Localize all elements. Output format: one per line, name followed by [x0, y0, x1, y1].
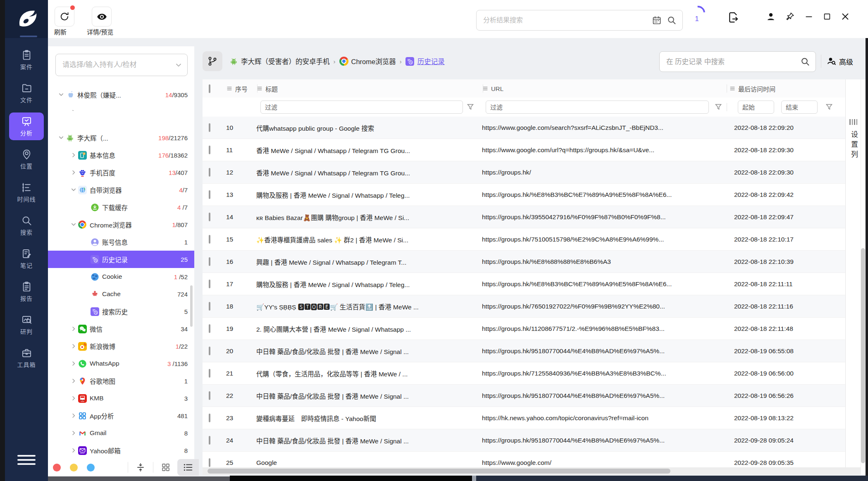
- time-start-filter-input[interactable]: [738, 101, 774, 114]
- tree-item[interactable]: yahoo!Yahoo邮箱8: [48, 442, 194, 459]
- table-row[interactable]: 22中日韓 藥品/食品/化妝品 批發 | 香港 MeWe / Signal ..…: [203, 385, 861, 407]
- table-row[interactable]: 10代購whatsapp public group - Google 搜索htt…: [203, 117, 861, 139]
- horizontal-scrollbar-thumb[interactable]: [207, 469, 670, 474]
- tree-item[interactable]: 历史记录25: [48, 251, 194, 268]
- column-settings-strip[interactable]: 设置列: [845, 79, 861, 467]
- sidebar-scrollbar[interactable]: [190, 285, 193, 327]
- nav-item-search[interactable]: 搜索: [9, 212, 44, 239]
- chevron-down-icon[interactable]: [69, 221, 78, 228]
- chevron-right-icon[interactable]: [69, 152, 78, 158]
- tree-item[interactable]: 账号信息1: [48, 233, 194, 251]
- tree-item[interactable]: 林俊熙（嫌疑...14/9305: [48, 86, 194, 103]
- nav-item-location[interactable]: 位置: [9, 146, 44, 173]
- column-header-time[interactable]: 最后访问时间: [722, 84, 840, 93]
- row-checkbox[interactable]: [209, 347, 210, 355]
- pin-window-button[interactable]: [783, 10, 797, 24]
- table-row[interactable]: 11香港 MeWe / Signal / Whatsapp / Telegram…: [203, 139, 861, 161]
- holder-select-input[interactable]: [56, 61, 175, 69]
- row-checkbox[interactable]: [209, 213, 210, 221]
- time-filter-funnel-icon[interactable]: [825, 103, 833, 112]
- chevron-right-icon[interactable]: [69, 343, 78, 349]
- search-icon[interactable]: [667, 15, 677, 25]
- chevron-right-icon[interactable]: [69, 447, 78, 454]
- tree-item[interactable]: du手机百度13/407: [48, 164, 194, 181]
- tree-item[interactable]: 谷歌地图1: [48, 372, 194, 390]
- title-filter-input[interactable]: [260, 101, 463, 114]
- tree-item[interactable]: Cache724: [48, 285, 194, 303]
- title-filter-funnel-icon[interactable]: [466, 103, 475, 112]
- table-row[interactable]: 14ᴋʀ Babies Bazar🧸團購 購物group | 香港 MeWe /…: [203, 206, 861, 228]
- table-row[interactable]: 23變種病毒蔓延 即時疫情訊息 - Yahoo新聞https://hk.news…: [203, 407, 861, 429]
- chevron-down-icon[interactable]: [57, 134, 65, 141]
- column-header-title[interactable]: 标题: [252, 84, 478, 93]
- table-row[interactable]: 192. 開心團購大本營 | 香港 MeWe / Signal / Whatsa…: [203, 318, 861, 340]
- search-icon[interactable]: [800, 57, 810, 67]
- nav-item-toolbox[interactable]: 工具箱: [9, 344, 44, 372]
- url-filter-input[interactable]: [486, 101, 709, 114]
- tree-item[interactable]: 搜索历史5: [48, 303, 194, 320]
- table-row[interactable]: 20中日韓 藥品/食品/化妝品 批發 | 香港 MeWe / Signal ..…: [203, 340, 861, 362]
- nav-item-report[interactable]: 报告: [9, 278, 44, 306]
- vertical-scrollbar-thumb[interactable]: [861, 248, 865, 463]
- tree-view-toggle-button[interactable]: [203, 51, 222, 71]
- row-checkbox[interactable]: [209, 369, 210, 378]
- tree-item[interactable]: 自带浏览器4/7: [48, 181, 194, 199]
- blue-tag-dot[interactable]: [87, 464, 95, 471]
- export-button[interactable]: [724, 8, 742, 26]
- close-button[interactable]: [838, 10, 852, 24]
- table-row[interactable]: 16興趣 | 香港 MeWe / Signal / Whatsapp / Tel…: [203, 251, 861, 273]
- row-checkbox[interactable]: [209, 302, 210, 311]
- nav-item-file[interactable]: 文件: [9, 79, 44, 107]
- chevron-right-icon[interactable]: [69, 378, 78, 384]
- row-checkbox[interactable]: [209, 436, 210, 445]
- nav-item-case[interactable]: 案件: [9, 46, 44, 74]
- url-filter-funnel-icon[interactable]: [714, 103, 723, 112]
- nav-item-timeline[interactable]: 时间线: [9, 179, 44, 206]
- select-all-checkbox[interactable]: [209, 84, 210, 93]
- chevron-right-icon[interactable]: [69, 360, 78, 367]
- tree-item[interactable]: 微信34: [48, 320, 194, 337]
- tree-item[interactable]: 李大辉（...198/21276: [48, 129, 194, 146]
- user-button[interactable]: [764, 10, 778, 24]
- preview-button[interactable]: [92, 7, 112, 26]
- row-checkbox[interactable]: [209, 146, 210, 154]
- tree-item[interactable]: 下载缓存4 /7: [48, 199, 194, 216]
- breadcrumb-page[interactable]: 历史记录: [405, 56, 445, 66]
- chevron-right-icon[interactable]: [69, 325, 78, 332]
- list-view-button[interactable]: [177, 459, 199, 476]
- row-checkbox[interactable]: [209, 280, 210, 288]
- chevron-down-icon[interactable]: [175, 61, 182, 69]
- nav-item-research[interactable]: 研判: [9, 311, 44, 339]
- chevron-right-icon[interactable]: [69, 412, 78, 419]
- tree-item[interactable]: Chrome浏览器1/807: [48, 216, 194, 233]
- nav-collapse-button[interactable]: [17, 455, 36, 465]
- chevron-down-icon[interactable]: [57, 91, 65, 98]
- row-checkbox[interactable]: [209, 391, 210, 400]
- tree-item[interactable]: 1933KMB3: [48, 390, 194, 407]
- row-checkbox[interactable]: [209, 257, 210, 266]
- tree-item[interactable]: Cookie1 /52: [48, 268, 194, 285]
- breadcrumb-device[interactable]: 李大辉（受害者）的安卓手机: [229, 56, 330, 66]
- tree-item[interactable]: WhatsApp3 /1136: [48, 355, 194, 372]
- table-row[interactable]: 18🛒YY's ṢḄḄṢ 🆂🆃🅾🆁🅴🛒 生活百貨🔝 | 香港 MeWe ...h…: [203, 295, 861, 318]
- row-checkbox[interactable]: [209, 123, 210, 132]
- nav-item-analysis[interactable]: 分析: [9, 112, 44, 140]
- minimize-button[interactable]: [802, 10, 816, 24]
- tree-item[interactable]: 新浪微博1/22: [48, 337, 194, 355]
- row-checkbox[interactable]: [209, 168, 210, 177]
- horizontal-scrollbar[interactable]: [203, 467, 861, 475]
- table-row[interactable]: 15✨香港專櫃貨護膚品 sales ✨ 群2 | 香港 MeWe / Si...…: [203, 228, 861, 251]
- tree-item[interactable]: 基本信息176/18362: [48, 146, 194, 164]
- table-row[interactable]: 12香港 MeWe / Signal / Whatsapp / Telegram…: [203, 161, 861, 184]
- row-checkbox[interactable]: [209, 414, 210, 422]
- chevron-right-icon[interactable]: [69, 430, 78, 436]
- red-tag-dot[interactable]: [53, 464, 61, 471]
- chevron-right-icon[interactable]: [69, 395, 78, 402]
- table-row[interactable]: 24中日韓 藥品/食品/化妝品 批發 | 香港 MeWe / Signal ..…: [203, 429, 861, 452]
- table-row[interactable]: 17購物及服務 | 香港 MeWe / Signal / Whatsapp / …: [203, 273, 861, 295]
- table-search-input[interactable]: [660, 58, 800, 66]
- row-checkbox[interactable]: [209, 458, 210, 467]
- chevron-right-icon[interactable]: [69, 169, 78, 176]
- nav-item-note[interactable]: 笔记: [9, 245, 44, 273]
- table-row[interactable]: 13購物及服務 | 香港 MeWe / Signal / Whatsapp / …: [203, 184, 861, 206]
